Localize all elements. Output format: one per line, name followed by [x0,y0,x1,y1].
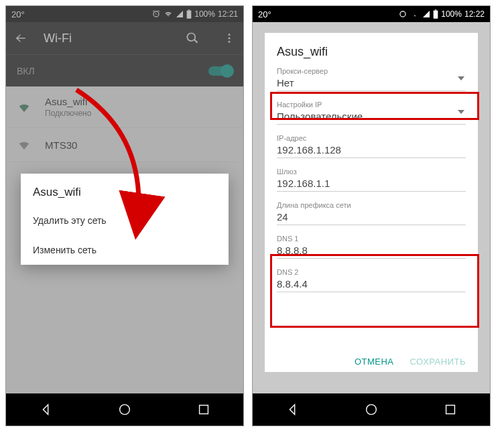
svg-rect-6 [200,406,208,414]
temperature: 20° [258,9,271,19]
phone-left: 20° 100% 12:21 Wi-Fi ВКЛ Asus_wifi Подкл… [5,5,244,426]
proxy-value: Нет [277,75,466,91]
dialog-actions: ОТМЕНА СОХРАНИТЬ [355,357,466,367]
nav-recent-icon[interactable] [443,402,458,417]
nav-back-icon[interactable] [38,402,53,417]
cancel-button[interactable]: ОТМЕНА [355,357,394,367]
svg-point-9 [367,405,377,415]
signal-icon [422,10,430,18]
menu-modify-network[interactable]: Изменить сеть [21,235,229,265]
nav-bar [6,393,243,426]
chevron-down-icon [458,76,464,80]
phone-right: 20° 100% 12:22 Asus_wifi Прокси-сервер Н… [252,5,491,426]
nav-home-icon[interactable] [364,402,379,417]
context-menu: Asus_wifi Удалить эту сеть Изменить сеть [21,174,229,265]
ip-value: 192.168.1.128 [277,142,466,158]
proxy-field[interactable]: Прокси-сервер Нет [277,66,466,91]
status-bar: 20° 100% 12:22 [253,6,490,22]
gateway-field[interactable]: Шлюз 192.168.1.1 [277,166,466,192]
alarm-icon [398,9,407,19]
save-button[interactable]: СОХРАНИТЬ [410,357,466,367]
highlight-ip-settings [270,92,479,120]
ip-address-field[interactable]: IP-адрес 192.168.1.128 [277,133,466,158]
nav-bar [253,393,490,426]
dialog-title: Asus_wifi [277,45,466,59]
nav-back-icon[interactable] [285,402,300,417]
popup-title: Asus_wifi [21,174,229,206]
svg-rect-8 [435,9,437,10]
clock: 12:22 [464,9,485,19]
nav-recent-icon[interactable] [196,402,211,417]
menu-delete-network[interactable]: Удалить эту сеть [21,206,229,235]
gateway-label: Шлюз [277,168,466,176]
proxy-label: Прокси-сервер [277,67,466,75]
prefix-value: 24 [277,209,466,225]
ip-label: IP-адрес [277,134,466,142]
nav-home-icon[interactable] [117,402,132,417]
svg-point-5 [120,405,130,415]
prefix-field[interactable]: Длина префикса сети 24 [277,200,466,225]
svg-rect-10 [446,406,455,414]
dns1-label: DNS 1 [277,235,466,243]
svg-rect-7 [434,11,438,19]
highlight-dns [270,254,479,328]
battery-percent: 100% [441,9,462,19]
prefix-label: Длина префикса сети [277,201,466,209]
battery-icon [433,9,438,19]
gateway-value: 192.168.1.1 [277,176,466,192]
wifi-icon [410,9,420,19]
